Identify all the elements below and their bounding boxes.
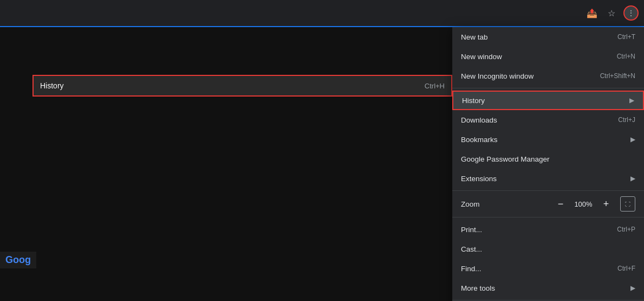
- browser-viewport: History Ctrl+H Goog: [0, 27, 452, 301]
- zoom-fullscreen-button[interactable]: ⛶: [620, 196, 635, 212]
- google-logo: Goog: [0, 252, 36, 268]
- bookmarks-arrow: ▶: [630, 136, 635, 143]
- history-bar-label: History: [40, 81, 64, 90]
- divider-2: [452, 190, 644, 191]
- zoom-label: Zoom: [461, 200, 553, 208]
- print-shortcut: Ctrl+P: [617, 226, 635, 233]
- main-content: History Ctrl+H Goog New tab Ctrl+T New w…: [0, 27, 644, 301]
- menu-button[interactable]: ⋮: [623, 5, 639, 21]
- zoom-value: 100%: [573, 200, 594, 208]
- zoom-controls: − 100% + ⛶: [553, 196, 635, 212]
- divider-4: [452, 300, 644, 300]
- menu-item-downloads[interactable]: Downloads Ctrl+J: [452, 110, 644, 130]
- zoom-plus-button[interactable]: +: [599, 196, 614, 212]
- menu-item-find[interactable]: Find... Ctrl+F: [452, 259, 644, 278]
- new-incognito-label: New Incognito window: [461, 72, 534, 80]
- menu-item-extensions[interactable]: Extensions ▶: [452, 169, 644, 188]
- menu-item-history[interactable]: History ▶: [452, 91, 644, 110]
- find-shortcut: Ctrl+F: [617, 265, 635, 272]
- divider-3: [452, 217, 644, 217]
- downloads-shortcut: Ctrl+J: [618, 116, 635, 124]
- fullscreen-icon: ⛶: [625, 201, 630, 207]
- more-tools-arrow: ▶: [630, 284, 635, 292]
- menu-item-cast[interactable]: Cast...: [452, 239, 644, 259]
- history-label: History: [462, 97, 485, 105]
- history-bar[interactable]: History Ctrl+H: [32, 75, 452, 97]
- zoom-minus-button[interactable]: −: [553, 196, 568, 212]
- dark-overlay: [0, 27, 452, 301]
- find-label: Find...: [461, 265, 482, 273]
- extensions-label: Extensions: [461, 175, 497, 183]
- password-manager-label: Google Password Manager: [461, 155, 550, 163]
- divider-1: [452, 88, 644, 88]
- chrome-toolbar: 📤 ☆ ⋮: [584, 5, 639, 21]
- menu-item-password-manager[interactable]: Google Password Manager: [452, 149, 644, 169]
- zoom-row: Zoom − 100% + ⛶: [452, 193, 644, 215]
- extensions-arrow: ▶: [630, 175, 635, 182]
- more-tools-label: More tools: [461, 284, 495, 292]
- new-tab-label: New tab: [461, 33, 488, 41]
- menu-item-new-window[interactable]: New window Ctrl+N: [452, 47, 644, 66]
- menu-item-print[interactable]: Print... Ctrl+P: [452, 220, 644, 239]
- history-bar-shortcut: Ctrl+H: [425, 82, 445, 90]
- print-label: Print...: [461, 226, 482, 234]
- new-incognito-shortcut: Ctrl+Shift+N: [600, 72, 635, 80]
- share-icon[interactable]: 📤: [584, 5, 600, 21]
- browser-chrome: 📤 ☆ ⋮: [0, 0, 644, 27]
- menu-item-new-incognito[interactable]: New Incognito window Ctrl+Shift+N: [452, 66, 644, 86]
- bookmark-icon[interactable]: ☆: [604, 5, 619, 21]
- menu-item-new-tab[interactable]: New tab Ctrl+T: [452, 27, 644, 47]
- new-tab-shortcut: Ctrl+T: [617, 33, 635, 41]
- bookmarks-label: Bookmarks: [461, 136, 498, 144]
- downloads-label: Downloads: [461, 116, 497, 124]
- history-arrow: ▶: [629, 97, 634, 104]
- dropdown-menu: New tab Ctrl+T New window Ctrl+N New Inc…: [452, 27, 644, 301]
- cast-label: Cast...: [461, 245, 482, 253]
- new-window-shortcut: Ctrl+N: [617, 53, 635, 60]
- menu-item-bookmarks[interactable]: Bookmarks ▶: [452, 130, 644, 149]
- new-window-label: New window: [461, 53, 502, 61]
- menu-item-more-tools[interactable]: More tools ▶: [452, 278, 644, 298]
